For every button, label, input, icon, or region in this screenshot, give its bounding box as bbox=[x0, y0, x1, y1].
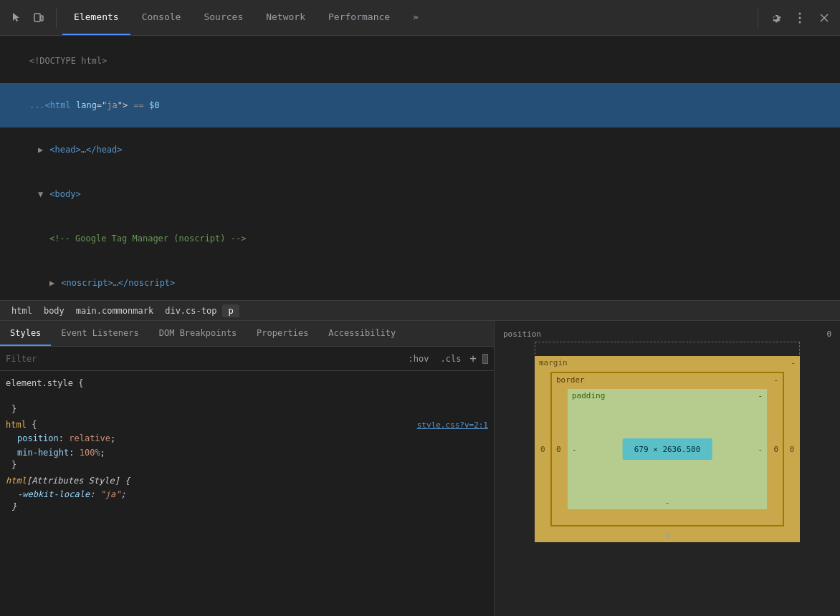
device-icon[interactable] bbox=[29, 8, 49, 28]
dom-line-gtm-comment1[interactable]: <!-- Google Tag Manager (noscript) --> bbox=[0, 216, 840, 261]
rule-element-style-close: } bbox=[6, 404, 488, 414]
content-box: 679 × 2636.500 bbox=[623, 438, 712, 460]
boxmodel-panel: position 0 margin - 0 0 border - 0 0 bbox=[495, 321, 840, 616]
breadcrumb-body[interactable]: body bbox=[38, 304, 70, 317]
add-style-button[interactable]: + bbox=[469, 352, 477, 365]
border-left-val: 0 bbox=[556, 445, 561, 454]
hov-button[interactable]: :hov bbox=[406, 353, 432, 365]
tab-performance[interactable]: Performance bbox=[317, 0, 401, 35]
toolbar-right-icons bbox=[758, 8, 834, 28]
toolbar-icons bbox=[6, 8, 57, 28]
dom-panel: <!DOCTYPE html> ...<html lang="ja">== $0… bbox=[0, 36, 840, 301]
rule-html-attrs: html[Attributes Style] { -webkit-locale:… bbox=[0, 474, 494, 516]
margin-val: - bbox=[791, 358, 796, 367]
devtools-tabs: Elements Console Sources Network Perform… bbox=[62, 0, 758, 35]
selector-html[interactable]: html { bbox=[6, 420, 37, 430]
rule-element-style-header: element.style { bbox=[6, 378, 488, 388]
position-row: position 0 bbox=[503, 329, 831, 339]
styles-panel: Styles Event Listeners DOM Breakpoints P… bbox=[0, 321, 495, 616]
svg-point-4 bbox=[799, 21, 801, 23]
svg-point-2 bbox=[799, 12, 801, 14]
tab-event-listeners[interactable]: Event Listeners bbox=[51, 321, 148, 346]
dom-line-body[interactable]: ▼ <body> bbox=[0, 172, 840, 216]
scroll-indicator bbox=[482, 354, 488, 364]
css-prop-min-height[interactable]: min-height: 100%; bbox=[6, 446, 488, 460]
breadcrumb-p[interactable]: p bbox=[222, 304, 239, 317]
selector-element-style[interactable]: element.style { bbox=[6, 378, 83, 388]
tab-elements[interactable]: Elements bbox=[62, 0, 130, 35]
rule-html: html { style.css?v=2:1 position: relativ… bbox=[0, 418, 494, 474]
filter-bar: :hov .cls + bbox=[0, 347, 494, 371]
filter-buttons: :hov .cls + bbox=[406, 352, 477, 365]
lower-panel: Styles Event Listeners DOM Breakpoints P… bbox=[0, 321, 840, 616]
box-model-visual: margin - 0 0 border - 0 0 padding - - bbox=[535, 342, 800, 542]
dom-line-head[interactable]: ▶ <head>…</head> bbox=[0, 127, 840, 172]
cls-button[interactable]: .cls bbox=[437, 353, 464, 365]
rule-html-attrs-close: } bbox=[6, 501, 488, 511]
margin-right-val: 0 bbox=[789, 445, 794, 454]
margin-box: margin - 0 0 border - 0 0 padding - - bbox=[535, 356, 800, 542]
tab-sources[interactable]: Sources bbox=[192, 0, 254, 35]
position-bottom: 0 bbox=[665, 531, 670, 541]
border-val: - bbox=[773, 375, 778, 385]
padding-bottom-val: - bbox=[665, 498, 670, 507]
settings-icon[interactable] bbox=[765, 8, 786, 28]
rule-element-style: element.style { } bbox=[0, 377, 494, 418]
svg-rect-1 bbox=[41, 16, 43, 21]
rule-html-header: html { style.css?v=2:1 bbox=[6, 420, 488, 430]
dom-line-doctype[interactable]: <!DOCTYPE html> bbox=[0, 39, 840, 83]
rule-html-close: } bbox=[6, 460, 488, 470]
border-box: border - 0 0 padding - - - - 679 × 2636.… bbox=[550, 372, 784, 526]
close-icon[interactable] bbox=[814, 8, 834, 28]
breadcrumb-html[interactable]: html bbox=[6, 304, 38, 317]
more-options-icon[interactable] bbox=[790, 8, 810, 28]
rule-html-attrs-header: html[Attributes Style] { bbox=[6, 476, 488, 486]
tab-accessibility[interactable]: Accessibility bbox=[318, 321, 406, 346]
dom-line-html[interactable]: ...<html lang="ja">== $0 bbox=[0, 83, 840, 127]
tab-network[interactable]: Network bbox=[254, 0, 317, 35]
border-right-val: 0 bbox=[773, 445, 778, 454]
tab-styles[interactable]: Styles bbox=[0, 321, 51, 346]
padding-label: padding bbox=[572, 391, 605, 400]
cursor-icon[interactable] bbox=[6, 8, 26, 28]
css-prop-webkit-locale[interactable]: -webkit-locale: "ja"; bbox=[6, 487, 488, 501]
selector-html-attrs[interactable]: html[Attributes Style] { bbox=[6, 476, 130, 486]
rule-element-style-body bbox=[6, 390, 488, 404]
css-rules-list: element.style { } html { style.css?v=2:1… bbox=[0, 371, 494, 616]
tab-console[interactable]: Console bbox=[130, 0, 193, 35]
css-prop-position[interactable]: position: relative; bbox=[6, 431, 488, 446]
content-size: 679 × 2636.500 bbox=[634, 445, 701, 454]
styles-subtabs: Styles Event Listeners DOM Breakpoints P… bbox=[0, 321, 494, 347]
padding-val: - bbox=[758, 391, 763, 400]
css-file-link-html[interactable]: style.css?v=2:1 bbox=[417, 420, 488, 430]
tab-properties[interactable]: Properties bbox=[247, 321, 318, 346]
dom-line-noscript[interactable]: ▶ <noscript>…</noscript> bbox=[0, 261, 840, 301]
filter-input[interactable] bbox=[6, 354, 400, 364]
svg-rect-0 bbox=[34, 14, 40, 21]
margin-label: margin bbox=[539, 358, 568, 367]
padding-right-val: - bbox=[758, 445, 763, 454]
breadcrumb-bar: html body main.commonmark div.cs-top p bbox=[0, 301, 840, 321]
tab-dom-breakpoints[interactable]: DOM Breakpoints bbox=[149, 321, 247, 346]
breadcrumb-main[interactable]: main.commonmark bbox=[70, 304, 159, 317]
breadcrumb-div-cs-top[interactable]: div.cs-top bbox=[159, 304, 222, 317]
padding-left-val: - bbox=[572, 445, 577, 454]
tab-more[interactable]: » bbox=[401, 0, 430, 35]
margin-left-val: 0 bbox=[540, 445, 545, 454]
border-label: border bbox=[556, 375, 585, 385]
devtools-toolbar: Elements Console Sources Network Perform… bbox=[0, 0, 840, 36]
svg-point-3 bbox=[799, 16, 801, 19]
padding-box: padding - - - - 679 × 2636.500 bbox=[568, 389, 767, 509]
